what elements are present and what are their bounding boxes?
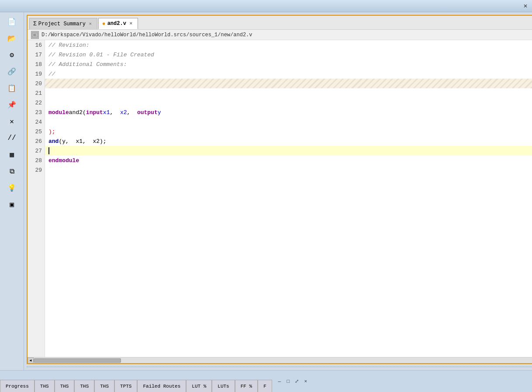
bottom-tab-3[interactable]: THS — [74, 380, 94, 392]
bottom-tab-10[interactable]: F — [258, 380, 272, 392]
code-line-16: // Revision: — [45, 40, 532, 50]
bottom-tabs: ProgressTHSTHSTHSTHSTPTSFailed RoutesLUT… — [0, 371, 272, 392]
bottom-tab-9[interactable]: FF % — [235, 380, 258, 392]
scroll-left-button[interactable]: ◀ — [28, 357, 34, 364]
grid-icon[interactable]: ▦ — [3, 147, 20, 163]
code-line-28: endmodule — [45, 156, 532, 165]
tab-bar: Σ Project Summary × ● and2.v × □ ⤢ × — [28, 16, 532, 30]
settings-icon[interactable]: ⚙ — [3, 47, 20, 63]
tab-and2-v-icon: ● — [102, 21, 106, 27]
line-number-21: 21 — [28, 88, 45, 98]
document-icon[interactable]: 📄 — [3, 14, 20, 30]
bottom-maximize-button[interactable]: □ — [284, 378, 292, 385]
line-number-20: 20 — [28, 79, 45, 88]
line-number-29: 29 — [28, 165, 45, 175]
line-number-19: 19 — [28, 69, 45, 79]
code-line-26: and(y, x1, x2); — [45, 136, 532, 146]
comment-icon[interactable]: // — [3, 130, 20, 146]
line-number-27: 27 — [28, 146, 45, 156]
clone-icon[interactable]: ⧉ — [3, 163, 20, 179]
content-area: Σ Project Summary × ● and2.v × □ ⤢ × — [24, 12, 532, 370]
bottom-tab-1[interactable]: THS — [35, 380, 55, 392]
line-number-17: 17 — [28, 50, 45, 59]
tab-and2-v[interactable]: ● and2.v × — [98, 18, 138, 29]
line-number-18: 18 — [28, 59, 45, 69]
code-line-19: // — [45, 69, 532, 79]
bottom-minimize-button[interactable]: — — [276, 378, 283, 385]
code-content[interactable]: // Revision:// Revision 0.01 - File Crea… — [45, 40, 532, 357]
code-line-24 — [45, 117, 532, 127]
code-line-23: module and2(input x1, x2, output y — [45, 108, 532, 117]
filepath-bar: D:/Workspace/Vivado/helloWorld/helloWorl… — [28, 30, 532, 40]
bottom-tab-6[interactable]: Failed Routes — [137, 380, 186, 392]
line-number-26: 26 — [28, 136, 45, 146]
horizontal-scrollbar[interactable]: ◀ ▶ — [28, 357, 532, 363]
filepath-text: D:/Workspace/Vivado/helloWorld/helloWorl… — [41, 32, 252, 38]
tab-project-summary[interactable]: Σ Project Summary × — [29, 18, 97, 29]
title-bar: ✕ — [0, 0, 532, 12]
bottom-tab-4[interactable]: THS — [94, 380, 114, 392]
line-number-16: 16 — [28, 40, 45, 50]
line-number-23: 23 — [28, 108, 45, 117]
bottom-bar: ProgressTHSTHSTHSTHSTPTSFailed RoutesLUT… — [0, 370, 532, 392]
bulb-icon[interactable]: 💡 — [3, 180, 20, 196]
bottom-tab-5[interactable]: TPTS — [114, 380, 137, 392]
template-icon[interactable]: ▣ — [3, 197, 20, 212]
folder-open-icon[interactable]: 📂 — [3, 31, 20, 46]
sidebar: 📄📂⚙🔗📋📌✕//▦⧉💡▣ — [0, 12, 24, 370]
bottom-tab-0[interactable]: Progress — [0, 380, 35, 392]
filepath-icon — [31, 31, 39, 39]
link-icon[interactable]: 🔗 — [3, 64, 20, 80]
dotted-separator — [27, 367, 532, 370]
tab-project-summary-label: Project Summary — [38, 21, 86, 27]
bottom-controls: — □ ⤢ × — [272, 376, 313, 387]
editor-container: Σ Project Summary × ● and2.v × □ ⤢ × — [27, 15, 532, 364]
tab-project-summary-close[interactable]: × — [87, 21, 93, 27]
line-number-28: 28 — [28, 156, 45, 165]
paste-icon[interactable]: 📌 — [3, 97, 20, 113]
code-editor: 1617181920212223242526272829 // Revision… — [28, 40, 532, 357]
code-line-29 — [45, 165, 532, 175]
code-line-21 — [45, 88, 532, 98]
tab-and2-v-close[interactable]: × — [128, 21, 134, 27]
bottom-tab-8[interactable]: LUTs — [212, 380, 235, 392]
text-cursor — [48, 147, 49, 154]
copy-icon[interactable]: 📋 — [3, 80, 20, 96]
scroll-h-track[interactable] — [34, 358, 532, 363]
bottom-expand-button[interactable]: ⤢ — [293, 378, 301, 385]
scroll-h-thumb[interactable] — [34, 358, 121, 363]
line-number-22: 22 — [28, 98, 45, 108]
delete-icon[interactable]: ✕ — [3, 114, 20, 129]
line-number-24: 24 — [28, 117, 45, 127]
bottom-tab-7[interactable]: LUT % — [186, 380, 212, 392]
code-line-25: ); — [45, 127, 532, 136]
tab-and2-v-label: and2.v — [107, 21, 126, 27]
code-line-20 — [45, 79, 532, 88]
code-line-18: // Additional Comments: — [45, 59, 532, 69]
code-line-27 — [45, 146, 532, 156]
bottom-close-button[interactable]: × — [302, 378, 310, 385]
line-number-25: 25 — [28, 127, 45, 136]
bottom-tab-2[interactable]: THS — [55, 380, 75, 392]
code-line-17: // Revision 0.01 - File Created — [45, 50, 532, 59]
line-numbers: 1617181920212223242526272829 — [28, 40, 45, 357]
title-close-button[interactable]: ✕ — [522, 2, 529, 10]
code-line-22 — [45, 98, 532, 108]
tab-project-summary-icon: Σ — [33, 21, 37, 27]
